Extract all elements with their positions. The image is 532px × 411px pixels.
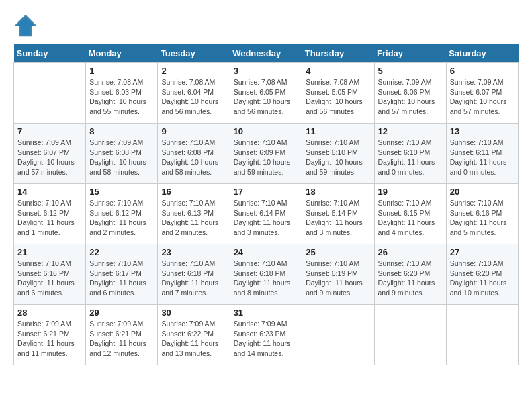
calendar-cell: 22Sunrise: 7:10 AMSunset: 6:17 PMDayligh… bbox=[86, 244, 158, 305]
calendar-cell: 6Sunrise: 7:09 AMSunset: 6:07 PMDaylight… bbox=[446, 63, 518, 124]
calendar-cell: 3Sunrise: 7:08 AMSunset: 6:05 PMDaylight… bbox=[230, 63, 302, 124]
calendar-cell: 13Sunrise: 7:10 AMSunset: 6:11 PMDayligh… bbox=[446, 124, 518, 184]
day-info: Sunrise: 7:09 AMSunset: 6:07 PMDaylight:… bbox=[450, 77, 515, 117]
calendar-cell bbox=[302, 305, 374, 365]
day-number: 31 bbox=[234, 308, 299, 318]
day-info: Sunrise: 7:10 AMSunset: 6:20 PMDaylight:… bbox=[378, 259, 443, 298]
day-info: Sunrise: 7:10 AMSunset: 6:16 PMDaylight:… bbox=[17, 259, 82, 298]
day-number: 4 bbox=[306, 66, 370, 76]
calendar-cell: 11Sunrise: 7:10 AMSunset: 6:10 PMDayligh… bbox=[302, 124, 374, 184]
calendar-table: SundayMondayTuesdayWednesdayThursdayFrid… bbox=[13, 44, 519, 365]
calendar-cell: 25Sunrise: 7:10 AMSunset: 6:19 PMDayligh… bbox=[302, 244, 374, 305]
calendar-cell: 31Sunrise: 7:09 AMSunset: 6:23 PMDayligh… bbox=[230, 305, 302, 365]
day-info: Sunrise: 7:10 AMSunset: 6:09 PMDaylight:… bbox=[234, 138, 299, 177]
day-info: Sunrise: 7:08 AMSunset: 6:05 PMDaylight:… bbox=[306, 77, 370, 117]
calendar-cell: 7Sunrise: 7:09 AMSunset: 6:07 PMDaylight… bbox=[14, 124, 86, 184]
day-number: 1 bbox=[89, 66, 154, 76]
weekday-header-thursday: Thursday bbox=[302, 44, 374, 63]
day-number: 14 bbox=[17, 187, 82, 197]
day-info: Sunrise: 7:10 AMSunset: 6:15 PMDaylight:… bbox=[378, 198, 443, 238]
day-info: Sunrise: 7:10 AMSunset: 6:08 PMDaylight:… bbox=[161, 138, 226, 177]
day-info: Sunrise: 7:09 AMSunset: 6:07 PMDaylight:… bbox=[17, 138, 82, 177]
day-number: 9 bbox=[161, 126, 226, 136]
day-number: 19 bbox=[378, 187, 443, 197]
day-info: Sunrise: 7:09 AMSunset: 6:21 PMDaylight:… bbox=[17, 319, 82, 359]
day-number: 7 bbox=[17, 126, 82, 136]
day-number: 26 bbox=[378, 247, 443, 257]
weekday-header-wednesday: Wednesday bbox=[230, 44, 302, 63]
calendar-cell bbox=[446, 305, 518, 365]
day-number: 22 bbox=[89, 247, 154, 257]
calendar-cell: 16Sunrise: 7:10 AMSunset: 6:13 PMDayligh… bbox=[158, 184, 230, 244]
day-info: Sunrise: 7:08 AMSunset: 6:03 PMDaylight:… bbox=[89, 77, 154, 117]
calendar-cell: 28Sunrise: 7:09 AMSunset: 6:21 PMDayligh… bbox=[14, 305, 86, 365]
calendar-week-row: 7Sunrise: 7:09 AMSunset: 6:07 PMDaylight… bbox=[14, 124, 519, 184]
day-info: Sunrise: 7:10 AMSunset: 6:18 PMDaylight:… bbox=[234, 259, 299, 298]
calendar-cell: 26Sunrise: 7:10 AMSunset: 6:20 PMDayligh… bbox=[374, 244, 446, 305]
calendar-cell: 9Sunrise: 7:10 AMSunset: 6:08 PMDaylight… bbox=[158, 124, 230, 184]
calendar-week-row: 28Sunrise: 7:09 AMSunset: 6:21 PMDayligh… bbox=[14, 305, 519, 365]
day-info: Sunrise: 7:10 AMSunset: 6:19 PMDaylight:… bbox=[306, 259, 370, 298]
calendar-cell: 8Sunrise: 7:09 AMSunset: 6:08 PMDaylight… bbox=[86, 124, 158, 184]
day-number: 3 bbox=[234, 66, 299, 76]
day-info: Sunrise: 7:10 AMSunset: 6:12 PMDaylight:… bbox=[17, 198, 82, 238]
day-info: Sunrise: 7:10 AMSunset: 6:17 PMDaylight:… bbox=[89, 259, 154, 298]
calendar-week-row: 21Sunrise: 7:10 AMSunset: 6:16 PMDayligh… bbox=[14, 244, 519, 305]
calendar-cell: 27Sunrise: 7:10 AMSunset: 6:20 PMDayligh… bbox=[446, 244, 518, 305]
day-number: 6 bbox=[450, 66, 515, 76]
calendar-cell: 17Sunrise: 7:10 AMSunset: 6:14 PMDayligh… bbox=[230, 184, 302, 244]
day-number: 30 bbox=[161, 308, 226, 318]
logo bbox=[13, 13, 42, 38]
calendar-cell: 12Sunrise: 7:10 AMSunset: 6:10 PMDayligh… bbox=[374, 124, 446, 184]
day-info: Sunrise: 7:10 AMSunset: 6:20 PMDaylight:… bbox=[450, 259, 515, 298]
day-number: 13 bbox=[450, 126, 515, 136]
day-info: Sunrise: 7:10 AMSunset: 6:16 PMDaylight:… bbox=[450, 198, 515, 238]
day-info: Sunrise: 7:10 AMSunset: 6:14 PMDaylight:… bbox=[234, 198, 299, 238]
day-info: Sunrise: 7:09 AMSunset: 6:21 PMDaylight:… bbox=[89, 319, 154, 359]
day-info: Sunrise: 7:10 AMSunset: 6:12 PMDaylight:… bbox=[89, 198, 154, 238]
day-info: Sunrise: 7:08 AMSunset: 6:04 PMDaylight:… bbox=[161, 77, 226, 117]
day-number: 17 bbox=[234, 187, 299, 197]
day-info: Sunrise: 7:08 AMSunset: 6:05 PMDaylight:… bbox=[234, 77, 299, 117]
calendar-cell: 20Sunrise: 7:10 AMSunset: 6:16 PMDayligh… bbox=[446, 184, 518, 244]
calendar-cell: 18Sunrise: 7:10 AMSunset: 6:14 PMDayligh… bbox=[302, 184, 374, 244]
day-info: Sunrise: 7:10 AMSunset: 6:10 PMDaylight:… bbox=[306, 138, 370, 177]
day-number: 18 bbox=[306, 187, 370, 197]
calendar-cell: 14Sunrise: 7:10 AMSunset: 6:12 PMDayligh… bbox=[14, 184, 86, 244]
calendar-week-row: 1Sunrise: 7:08 AMSunset: 6:03 PMDaylight… bbox=[14, 63, 519, 124]
day-number: 12 bbox=[378, 126, 443, 136]
day-info: Sunrise: 7:10 AMSunset: 6:10 PMDaylight:… bbox=[378, 138, 443, 177]
calendar-cell: 15Sunrise: 7:10 AMSunset: 6:12 PMDayligh… bbox=[86, 184, 158, 244]
day-number: 5 bbox=[378, 66, 443, 76]
day-number: 21 bbox=[17, 247, 82, 257]
day-number: 28 bbox=[17, 308, 82, 318]
day-number: 2 bbox=[161, 66, 226, 76]
weekday-header-monday: Monday bbox=[86, 44, 158, 63]
day-number: 11 bbox=[306, 126, 370, 136]
calendar-cell: 4Sunrise: 7:08 AMSunset: 6:05 PMDaylight… bbox=[302, 63, 374, 124]
weekday-header-tuesday: Tuesday bbox=[158, 44, 230, 63]
day-info: Sunrise: 7:09 AMSunset: 6:22 PMDaylight:… bbox=[161, 319, 226, 359]
weekday-header-sunday: Sunday bbox=[14, 44, 86, 63]
day-number: 15 bbox=[89, 187, 154, 197]
logo-icon bbox=[13, 13, 38, 38]
weekday-header-saturday: Saturday bbox=[446, 44, 518, 63]
day-info: Sunrise: 7:09 AMSunset: 6:08 PMDaylight:… bbox=[89, 138, 154, 177]
day-number: 29 bbox=[89, 308, 154, 318]
weekday-header-friday: Friday bbox=[374, 44, 446, 63]
calendar-cell: 29Sunrise: 7:09 AMSunset: 6:21 PMDayligh… bbox=[86, 305, 158, 365]
calendar-cell: 10Sunrise: 7:10 AMSunset: 6:09 PMDayligh… bbox=[230, 124, 302, 184]
calendar-cell bbox=[14, 63, 86, 124]
calendar-cell: 2Sunrise: 7:08 AMSunset: 6:04 PMDaylight… bbox=[158, 63, 230, 124]
day-info: Sunrise: 7:09 AMSunset: 6:23 PMDaylight:… bbox=[234, 319, 299, 359]
calendar-cell bbox=[374, 305, 446, 365]
day-number: 23 bbox=[161, 247, 226, 257]
calendar-cell: 30Sunrise: 7:09 AMSunset: 6:22 PMDayligh… bbox=[158, 305, 230, 365]
calendar-cell: 24Sunrise: 7:10 AMSunset: 6:18 PMDayligh… bbox=[230, 244, 302, 305]
calendar-cell: 19Sunrise: 7:10 AMSunset: 6:15 PMDayligh… bbox=[374, 184, 446, 244]
calendar-week-row: 14Sunrise: 7:10 AMSunset: 6:12 PMDayligh… bbox=[14, 184, 519, 244]
weekday-header-row: SundayMondayTuesdayWednesdayThursdayFrid… bbox=[14, 44, 519, 63]
day-number: 24 bbox=[234, 247, 299, 257]
day-info: Sunrise: 7:10 AMSunset: 6:13 PMDaylight:… bbox=[161, 198, 226, 238]
day-number: 16 bbox=[161, 187, 226, 197]
